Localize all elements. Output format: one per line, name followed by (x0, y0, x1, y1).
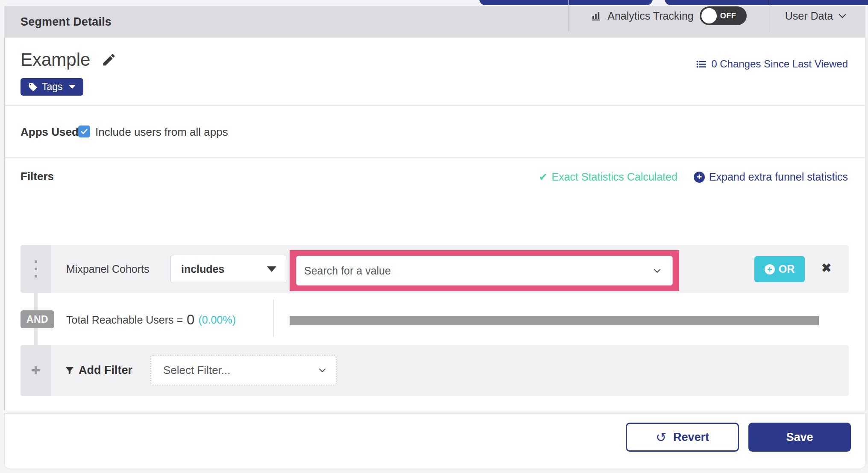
add-filter-row (21, 345, 849, 396)
reachable-users-value: 0 (187, 312, 194, 328)
value-select-placeholder: Search for a value (304, 265, 391, 277)
value-search-select[interactable]: Search for a value (296, 256, 673, 286)
reachable-users-label: Total Reachable Users = (66, 314, 183, 326)
check-icon (80, 127, 88, 136)
filter-field-label: Mixpanel Cohorts (66, 263, 150, 275)
reachable-users-progress-bar (290, 316, 819, 325)
user-data-label: User Data (785, 10, 833, 22)
section-divider (4, 105, 865, 106)
page-title: Segment Details (21, 15, 111, 29)
tags-button-label: Tags (42, 81, 63, 93)
changes-since-last-viewed-link[interactable]: 0 Changes Since Last Viewed (695, 58, 848, 70)
filter-drag-handle[interactable] (21, 245, 51, 293)
save-button-label: Save (786, 431, 813, 444)
reachable-users-percent: (0.00%) (198, 314, 236, 326)
add-filter-label-group: Add Filter (64, 364, 132, 377)
drag-dot (35, 268, 37, 270)
segment-name: Example (21, 50, 90, 70)
analytics-tracking-toggle[interactable]: OFF (700, 6, 747, 25)
caret-down-icon (267, 266, 276, 272)
analytics-tracking-label: Analytics Tracking (607, 10, 693, 22)
add-or-condition-button[interactable]: + OR (754, 256, 805, 282)
drag-dot (35, 275, 37, 277)
check-icon: ✔ (539, 171, 547, 183)
filters-status-links: ✔ Exact Statistics Calculated + Expand e… (539, 171, 848, 183)
toggle-state-label: OFF (720, 12, 736, 20)
stats-divider (273, 300, 274, 337)
plus-circle-icon: + (765, 264, 775, 274)
user-data-dropdown[interactable]: User Data (769, 0, 861, 32)
funnel-filter-icon (64, 365, 75, 376)
segment-details-page: Segment Details Analytics Tracking OFF U… (0, 0, 868, 473)
operator-select[interactable]: includes (170, 255, 287, 283)
remove-filter-button[interactable]: ✖ (821, 260, 832, 275)
section-divider (4, 157, 865, 158)
highlight-annotation: Search for a value (290, 250, 679, 291)
drag-dot (35, 260, 37, 263)
toggle-knob (701, 8, 717, 23)
tags-button[interactable]: Tags (21, 78, 83, 96)
expand-funnel-statistics-link[interactable]: + Expand extra funnel statistics (694, 171, 848, 183)
add-filter-label: Add Filter (79, 364, 132, 377)
or-button-label: OR (779, 263, 795, 275)
revert-button-label: Revert (673, 431, 709, 444)
edit-pencil-icon[interactable] (101, 52, 117, 67)
save-button[interactable]: Save (748, 423, 851, 452)
changes-link-label: 0 Changes Since Last Viewed (711, 58, 848, 70)
total-reachable-users: Total Reachable Users = 0 (0.00%) (66, 312, 236, 328)
include-all-apps-checkbox[interactable] (78, 126, 90, 137)
exact-statistics-status: ✔ Exact Statistics Calculated (539, 171, 677, 183)
apps-used-label: Apps Used (21, 126, 79, 139)
include-all-apps-label: Include users from all apps (95, 126, 228, 139)
select-filter-dropdown[interactable]: Select Filter... (150, 355, 337, 385)
segment-title: Example (21, 50, 117, 70)
exact-statistics-label: Exact Statistics Calculated (551, 171, 677, 183)
add-filter-plus-handle[interactable]: ✚ (21, 345, 51, 396)
select-filter-placeholder: Select Filter... (163, 364, 231, 377)
analytics-tracking-control: Analytics Tracking OFF (568, 0, 769, 32)
chevron-down-icon (319, 366, 326, 373)
chevron-down-icon (654, 266, 661, 273)
chevron-down-icon (839, 11, 846, 18)
revert-button[interactable]: ↺ Revert (626, 423, 739, 452)
revert-arrow-icon: ↺ (656, 430, 666, 445)
filters-heading: Filters (21, 170, 54, 183)
caret-down-icon (69, 85, 76, 89)
bar-chart-icon (590, 10, 601, 21)
operator-value: includes (181, 263, 224, 275)
changelog-list-icon (695, 58, 707, 70)
expand-funnel-label: Expand extra funnel statistics (709, 171, 848, 183)
plus-circle-icon: + (694, 172, 705, 183)
and-connector-badge: AND (21, 310, 54, 328)
tag-icon (28, 82, 38, 92)
